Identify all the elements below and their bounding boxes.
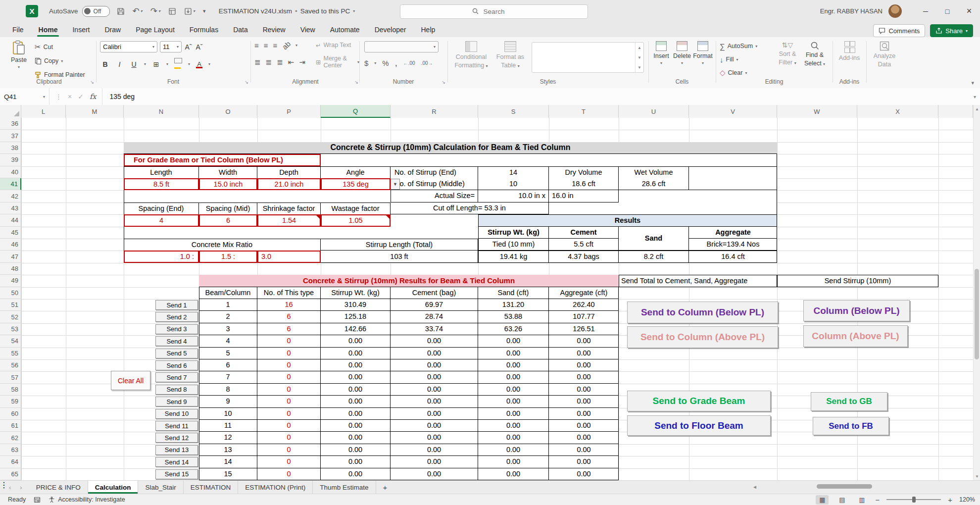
row-header-62[interactable]: 62 — [0, 432, 21, 444]
row-sand-cell[interactable]: 0.00 — [478, 432, 549, 444]
row-count-cell[interactable]: 6 — [257, 323, 321, 335]
row-sand-cell[interactable]: 0.00 — [478, 444, 549, 456]
actual-size-label[interactable]: Actual Size= — [391, 190, 478, 202]
merge-center-button[interactable]: ⊞Merge & Center▾ — [316, 56, 359, 68]
row-header-59[interactable]: 59 — [0, 396, 21, 407]
row-header-36[interactable]: 36 — [0, 118, 21, 130]
row-sand-cell[interactable]: 131.20 — [478, 299, 549, 311]
vertical-scroll-thumb[interactable] — [975, 269, 979, 359]
customize-quick-access-icon[interactable]: ▾ — [203, 8, 206, 14]
calc-table-title[interactable]: Concrete & Stirrup (10mm) Calculation fo… — [124, 142, 777, 154]
row-stirrup-cell[interactable]: 0.00 — [321, 396, 391, 407]
alignment-dialog-launcher-icon[interactable]: ↘ — [354, 80, 358, 85]
cement-cft[interactable]: 5.5 cft — [549, 239, 619, 251]
row-header-45[interactable]: 45 — [0, 227, 21, 239]
align-center-icon[interactable]: ≣ — [266, 58, 272, 67]
row-header-44[interactable]: 44 — [0, 214, 21, 226]
row-sand-cell[interactable]: 0.00 — [478, 468, 549, 480]
row-cement-cell[interactable]: 0.00 — [391, 420, 478, 432]
width-input[interactable]: 15.0 inch — [199, 178, 257, 190]
find-select-button[interactable]: Find & Select ▾ — [802, 41, 828, 67]
stirrup-length-value[interactable]: 103 ft — [321, 251, 478, 262]
addins-button[interactable]: Add-ins — [836, 41, 862, 61]
scroll-up-icon[interactable]: ▲ — [974, 105, 980, 113]
stirrup-end-label[interactable]: No. of Stirrup (End) — [391, 166, 478, 178]
conditional-formatting-button[interactable]: Conditional Formatting ▾ — [453, 41, 489, 69]
font-color-dropdown-icon[interactable]: ▾ — [208, 62, 210, 66]
analyze-data-button[interactable]: Analyze Data — [870, 41, 899, 68]
page-layout-view-icon[interactable]: ▤ — [835, 495, 848, 505]
user-name[interactable]: Engr. RABBY HASAN — [820, 7, 882, 15]
mix-ratio-sand[interactable]: 1.5 : — [199, 251, 257, 262]
zoom-out-icon[interactable]: − — [875, 496, 880, 504]
row-sand-cell[interactable]: 0.00 — [478, 408, 549, 420]
bold-icon[interactable]: B — [101, 60, 109, 68]
row-stirrup-cell[interactable]: 0.00 — [321, 359, 391, 371]
dry-volume-value[interactable]: 18.6 cft — [549, 178, 619, 190]
row-header-49[interactable]: 49 — [0, 275, 21, 287]
row-id-cell[interactable]: 12 — [199, 432, 257, 444]
results-col-header[interactable]: Stirrup Wt. (kg) — [321, 287, 391, 299]
increase-font-icon[interactable]: Aˆ — [184, 43, 193, 51]
send-to-gb-button[interactable]: Send to GB — [811, 392, 887, 411]
row-stirrup-cell[interactable]: 310.49 — [321, 299, 391, 311]
cut-button[interactable]: ✂Cut — [35, 41, 85, 53]
cell-styles-gallery[interactable]: ▲ ▼ ▼ — [532, 42, 644, 73]
row-header-42[interactable]: 42 — [0, 190, 21, 202]
dry-volume-label[interactable]: Dry Volume — [549, 166, 619, 178]
row-header-60[interactable]: 60 — [0, 408, 21, 420]
row-id-cell[interactable]: 2 — [199, 311, 257, 323]
formula-bar-value[interactable]: 135 deg — [102, 93, 135, 101]
send-row-button[interactable]: Send 7 — [155, 372, 198, 382]
row-stirrup-cell[interactable]: 0.00 — [321, 348, 391, 359]
increase-indent-icon[interactable]: ⇥ — [299, 58, 305, 67]
row-sand-cell[interactable]: 63.26 — [478, 323, 549, 335]
row-header-46[interactable]: 46 — [0, 239, 21, 251]
borders-icon[interactable]: ⊞ — [152, 60, 160, 68]
row-aggregate-cell[interactable]: 0.00 — [549, 444, 619, 456]
document-title[interactable]: ESTIMATION v24U.xlsm • Saved to this PC … — [219, 7, 355, 15]
spacing-end-input[interactable]: 4 — [124, 214, 199, 226]
row-sand-cell[interactable]: 0.00 — [478, 359, 549, 371]
cement-header[interactable]: Cement — [549, 227, 619, 239]
excel-app-icon[interactable]: X — [26, 5, 38, 17]
send-to-column-below-pl-button[interactable]: Send to Column (Below PL) — [627, 302, 778, 323]
row-stirrup-cell[interactable]: 125.18 — [321, 311, 391, 323]
mix-ratio-cement[interactable]: 1.0 : — [124, 251, 199, 262]
fill-button[interactable]: ↓Fill▾ — [720, 53, 757, 65]
row-header-57[interactable]: 57 — [0, 371, 21, 383]
row-aggregate-cell[interactable]: 0.00 — [549, 408, 619, 420]
sand-result[interactable]: 8.2 cft — [619, 251, 689, 262]
spacing-mid-input[interactable]: 6 — [199, 214, 257, 226]
row-header-65[interactable]: 65 — [0, 468, 21, 480]
row-cement-cell[interactable]: 0.00 — [391, 359, 478, 371]
cement-result[interactable]: 4.37 bags — [549, 251, 619, 262]
ribbon-tab-page-layout[interactable]: Page Layout — [128, 22, 182, 37]
ribbon-tab-automate[interactable]: Automate — [323, 22, 367, 37]
send-row-button[interactable]: Send 6 — [155, 360, 198, 370]
row-count-cell[interactable]: 0 — [257, 468, 321, 480]
row-stirrup-cell[interactable]: 0.00 — [321, 432, 391, 444]
send-row-button[interactable]: Send 15 — [155, 469, 198, 479]
ribbon-tab-data[interactable]: Data — [226, 22, 255, 37]
row-header-47[interactable]: 47 — [0, 251, 21, 262]
row-cement-cell[interactable]: 0.00 — [391, 456, 478, 468]
copy-button[interactable]: Copy▾ — [35, 55, 85, 67]
row-header-41[interactable]: 41 — [0, 178, 21, 190]
aggregate-header[interactable]: Aggregate — [689, 227, 777, 239]
select-all-corner[interactable] — [0, 105, 21, 118]
row-header-58[interactable]: 58 — [0, 384, 21, 396]
undo-dropdown-icon[interactable]: ▾ — [141, 9, 143, 13]
angle-input-selected-cell[interactable]: 135 deg — [321, 178, 391, 190]
row-id-cell[interactable]: 10 — [199, 408, 257, 420]
empty-cell[interactable] — [689, 166, 777, 178]
send-row-button[interactable]: Send 14 — [155, 457, 198, 467]
send-row-button[interactable]: Send 3 — [155, 324, 198, 334]
zoom-in-icon[interactable]: + — [948, 496, 952, 504]
normal-view-icon[interactable]: ▦ — [816, 495, 829, 505]
ribbon-tab-draw[interactable]: Draw — [97, 22, 128, 37]
row-cement-cell[interactable]: 0.00 — [391, 371, 478, 383]
row-count-cell[interactable]: 0 — [257, 335, 321, 347]
validation-dropdown-icon[interactable]: ▼ — [391, 179, 400, 190]
accounting-format-icon[interactable]: $ — [364, 59, 368, 67]
